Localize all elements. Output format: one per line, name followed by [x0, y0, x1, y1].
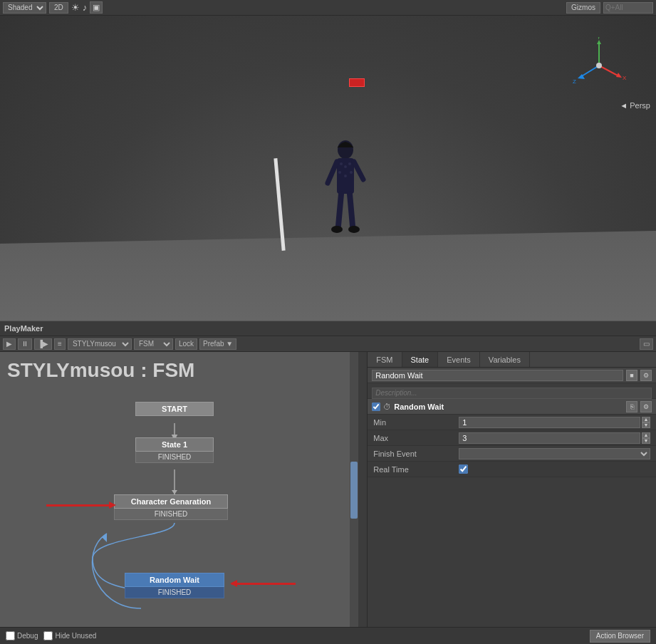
- state1-node-footer: FINISHED: [135, 452, 214, 463]
- min-label: Min: [373, 418, 459, 427]
- inspector-row-min: Min ▲ ▼: [368, 415, 656, 430]
- min-value-input[interactable]: [459, 417, 640, 428]
- svg-text:Y: Y: [597, 37, 601, 41]
- fsm-node-randomwait[interactable]: Random Wait FINISHED: [125, 573, 224, 598]
- fsm-scrollbar[interactable]: [350, 352, 358, 627]
- step-button[interactable]: ▐▶: [34, 338, 52, 350]
- svg-text:X: X: [623, 75, 627, 81]
- svg-line-8: [328, 162, 337, 183]
- state-name-input[interactable]: [372, 370, 623, 381]
- state-name-bar: ■ ⚙: [368, 368, 656, 383]
- gizmo-axes: Y X Z: [571, 37, 628, 94]
- description-bar: [368, 383, 656, 399]
- scene-view: Shaded 2D ☀ ♪ ▣ Gizmos: [0, 0, 656, 321]
- min-stepper: ▲ ▼: [642, 417, 650, 428]
- tab-variables[interactable]: Variables: [480, 352, 530, 367]
- svg-point-23: [596, 63, 602, 68]
- action-copy-btn[interactable]: ⎘: [626, 401, 637, 412]
- inspector-panel: FSM State Events Variables ■ ⚙ ⏱ Random …: [367, 352, 656, 627]
- randomwait-arrow-line: [231, 583, 296, 585]
- inspector-tabs: FSM State Events Variables: [368, 352, 656, 368]
- svg-point-13: [348, 226, 360, 233]
- max-increment-btn[interactable]: ▲: [642, 432, 650, 438]
- fsm-dropdown[interactable]: FSM: [134, 338, 173, 350]
- debug-checkbox[interactable]: [6, 631, 15, 640]
- prefab-button[interactable]: Prefab ▼: [199, 338, 236, 350]
- finish-event-select[interactable]: [459, 448, 650, 459]
- svg-marker-28: [102, 534, 107, 542]
- description-input[interactable]: [372, 388, 652, 399]
- finish-event-label: Finish Event: [373, 450, 459, 458]
- action-header: ⏱ Random Wait ⎘ ⚙: [368, 399, 656, 415]
- randomwait-node-footer: FINISHED: [125, 587, 224, 598]
- real-time-checkbox[interactable]: [459, 464, 468, 474]
- fsm-node-start[interactable]: START: [135, 402, 214, 416]
- pause-button[interactable]: ⏸: [18, 338, 32, 350]
- fsm-graph-title: STYLYmusou : FSM: [7, 359, 194, 382]
- svg-text:Z: Z: [573, 78, 576, 85]
- min-decrement-btn[interactable]: ▼: [642, 422, 650, 428]
- 2d-mode-button[interactable]: 2D: [49, 2, 68, 14]
- character-figure: [324, 137, 367, 251]
- audio-icon: ♪: [83, 2, 88, 13]
- shading-mode-dropdown[interactable]: Shaded: [3, 2, 46, 14]
- debug-item: Debug: [6, 631, 38, 640]
- max-label: Max: [373, 434, 459, 442]
- gizmos-button[interactable]: Gizmos: [566, 2, 600, 14]
- playmaker-main: STYLYmusou : FSM: [0, 352, 656, 627]
- sun-icon: ☀: [71, 2, 80, 13]
- inspector-row-finish-event: Finish Event: [368, 446, 656, 462]
- play-button[interactable]: ▶: [3, 338, 16, 350]
- display-icon[interactable]: ▣: [90, 1, 103, 14]
- hide-unused-checkbox[interactable]: [43, 631, 53, 640]
- svg-line-10: [338, 194, 341, 226]
- min-increment-btn[interactable]: ▲: [642, 417, 650, 422]
- svg-point-6: [344, 175, 347, 177]
- inspector-spacer: [368, 477, 656, 627]
- svg-point-4: [348, 162, 351, 165]
- fsm-node-state1[interactable]: State 1 FINISHED: [135, 437, 214, 463]
- scene-toolbar: Shaded 2D ☀ ♪ ▣ Gizmos: [0, 0, 656, 16]
- menu-button[interactable]: ≡: [54, 338, 66, 350]
- scene-object-icon: [349, 78, 365, 87]
- action-enabled-checkbox[interactable]: [372, 402, 380, 411]
- fsm-graph[interactable]: STYLYmusou : FSM: [0, 352, 358, 627]
- max-decrement-btn[interactable]: ▼: [642, 438, 650, 444]
- playmaker-title: PlayMaker: [4, 324, 43, 333]
- state-color-btn[interactable]: ■: [626, 370, 637, 381]
- randomwait-arrow-container: [231, 583, 296, 585]
- state-gear-btn[interactable]: ⚙: [640, 370, 652, 381]
- svg-point-2: [340, 162, 343, 165]
- real-time-label: Real Time: [373, 465, 459, 474]
- randomwait-arrow-head: [230, 580, 237, 587]
- svg-point-12: [331, 226, 343, 233]
- playmaker-panel: PlayMaker ▶ ⏸ ▐▶ ≡ STYLYmusou FSM Lock P…: [0, 321, 656, 644]
- inspector-row-max: Max ▲ ▼: [368, 430, 656, 446]
- tab-events[interactable]: Events: [438, 352, 480, 367]
- max-stepper: ▲ ▼: [642, 432, 650, 444]
- hide-unused-item: Hide Unused: [43, 631, 96, 640]
- object-dropdown[interactable]: STYLYmusou: [68, 338, 132, 350]
- start-node-header: START: [135, 402, 214, 416]
- scene-content: Y X Z ◄ Persp: [0, 16, 656, 321]
- search-input[interactable]: [603, 2, 653, 14]
- fsm-scrollbar-thumb[interactable]: [350, 462, 358, 519]
- fsm-node-chargen[interactable]: Character Genaration FINISHED: [114, 494, 228, 520]
- tab-state[interactable]: State: [402, 352, 439, 367]
- svg-point-5: [338, 171, 341, 174]
- action-browser-button[interactable]: Action Browser: [590, 630, 650, 643]
- chargen-node-footer: FINISHED: [114, 509, 228, 520]
- action-menu-btn[interactable]: ⚙: [640, 401, 652, 412]
- white-pole: [274, 158, 285, 251]
- svg-line-18: [580, 66, 599, 77]
- chargen-arrow-container: [46, 504, 110, 507]
- tab-fsm[interactable]: FSM: [368, 352, 402, 367]
- max-value-input[interactable]: [459, 432, 640, 444]
- svg-point-7: [350, 171, 353, 174]
- playmaker-titlebar: PlayMaker: [0, 321, 656, 336]
- svg-line-11: [350, 194, 353, 226]
- collapse-button[interactable]: ▭: [640, 338, 653, 350]
- lock-button[interactable]: Lock: [175, 338, 197, 350]
- playmaker-toolbar: ▶ ⏸ ▐▶ ≡ STYLYmusou FSM Lock Prefab ▼ ▭: [0, 336, 656, 352]
- chargen-node-header: Character Genaration: [114, 494, 228, 509]
